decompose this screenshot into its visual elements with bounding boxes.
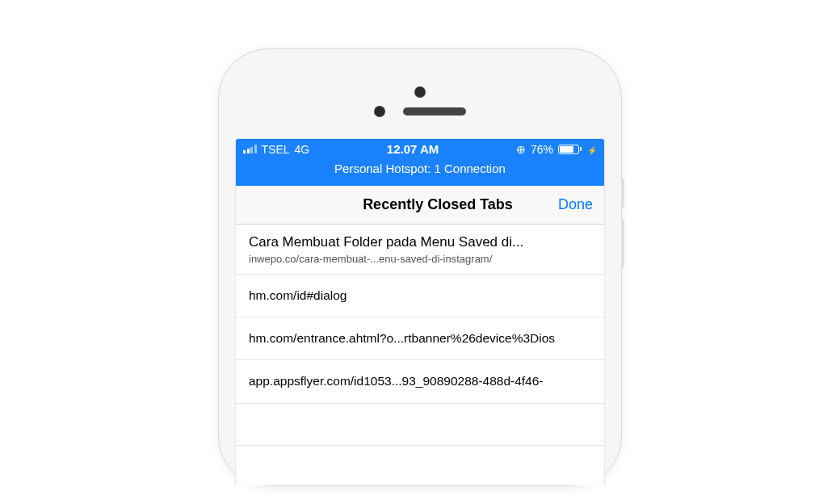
side-button — [621, 178, 624, 208]
hotspot-banner[interactable]: Personal Hotspot: 1 Connection — [236, 156, 604, 186]
tab-title: hm.com/entrance.ahtml?o...rtbanner%26dev… — [249, 330, 591, 346]
status-right: 76% — [516, 143, 597, 156]
carrier-label: TSEL — [262, 143, 290, 156]
network-type: 4G — [295, 143, 310, 156]
sensor-dot — [414, 86, 426, 98]
nav-bar: Recently Closed Tabs Done — [236, 186, 604, 225]
tab-title: Cara Membuat Folder pada Menu Saved di..… — [249, 233, 591, 251]
phone-frame: TSEL 4G 12.07 AM 76% Personal Hotspot: 1… — [218, 48, 622, 486]
closed-tab-item[interactable]: hm.com/entrance.ahtml?o...rtbanner%26dev… — [236, 317, 604, 360]
page-title: Recently Closed Tabs — [363, 196, 513, 213]
closed-tabs-list: Cara Membuat Folder pada Menu Saved di..… — [236, 225, 604, 446]
tab-title: app.appsflyer.com/id1053...93_90890288-4… — [249, 373, 591, 389]
closed-tab-item[interactable]: Cara Membuat Folder pada Menu Saved di..… — [236, 225, 604, 275]
tab-url: inwepo.co/cara-membuat-...enu-saved-di-i… — [249, 253, 591, 265]
speaker-grille — [403, 107, 466, 116]
status-time: 12.07 AM — [387, 142, 439, 156]
status-left: TSEL 4G — [243, 143, 309, 156]
camera-dot — [374, 106, 385, 117]
battery-percent: 76% — [531, 143, 553, 156]
phone-top-hardware — [235, 65, 605, 138]
done-button[interactable]: Done — [558, 196, 593, 213]
side-button — [621, 219, 624, 267]
battery-icon — [558, 145, 582, 154]
phone-screen: TSEL 4G 12.07 AM 76% Personal Hotspot: 1… — [235, 138, 605, 485]
closed-tab-item[interactable] — [236, 404, 604, 446]
signal-bars-icon — [243, 145, 257, 153]
tab-title: hm.com/id#dialog — [249, 288, 591, 304]
status-bar: TSEL 4G 12.07 AM 76% Personal Hotspot: 1… — [236, 139, 604, 186]
closed-tab-item[interactable]: app.appsflyer.com/id1053...93_90890288-4… — [236, 360, 604, 403]
orientation-lock-icon — [516, 143, 526, 156]
charging-icon — [586, 143, 597, 156]
closed-tab-item[interactable]: hm.com/id#dialog — [236, 275, 604, 317]
